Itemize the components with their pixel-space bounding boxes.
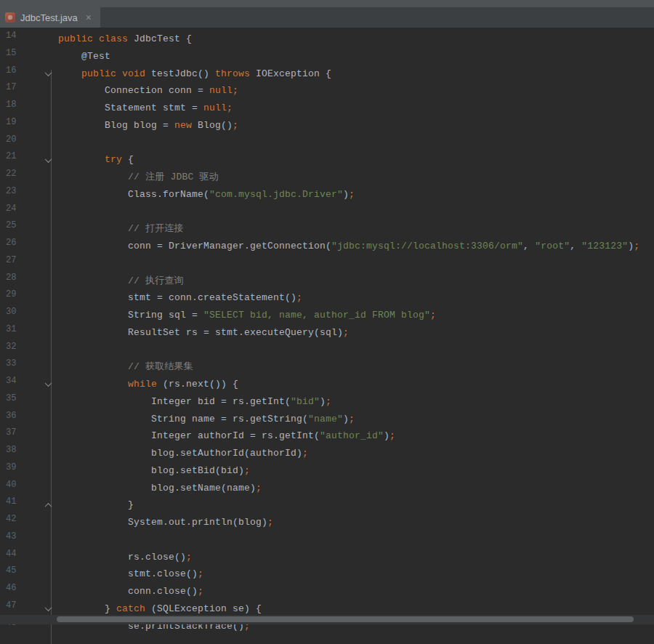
- line-number[interactable]: 15: [0, 48, 38, 65]
- line-number[interactable]: 21: [0, 151, 38, 169]
- code-text[interactable]: stmt.close();: [58, 565, 203, 583]
- line-number[interactable]: 23: [0, 186, 38, 204]
- fold-gutter: [38, 411, 58, 428]
- fold-gutter: [38, 565, 58, 583]
- code-text[interactable]: blog.setAuthorId(authorId);: [58, 445, 308, 462]
- line-number[interactable]: 16: [0, 65, 38, 83]
- code-text[interactable]: blog.setName(name);: [58, 480, 262, 497]
- line-number[interactable]: 26: [0, 238, 38, 255]
- line-number[interactable]: 34: [0, 376, 38, 393]
- code-text[interactable]: public void testJdbc() throws IOExceptio…: [58, 65, 331, 83]
- code-text[interactable]: // 获取结果集: [58, 358, 193, 376]
- code-line: 33 // 获取结果集: [0, 358, 654, 376]
- line-number[interactable]: 29: [0, 289, 38, 307]
- code-text[interactable]: Statement stmt = null;: [58, 100, 233, 117]
- code-line: 31 ResultSet rs = stmt.executeQuery(sql)…: [0, 324, 654, 342]
- fold-marker[interactable]: [38, 65, 58, 83]
- code-text[interactable]: public class JdbcTest {: [58, 31, 192, 48]
- code-line: 14public class JdbcTest {: [0, 31, 654, 48]
- line-number[interactable]: 46: [0, 583, 38, 600]
- line-number[interactable]: 39: [0, 462, 38, 480]
- code-text[interactable]: // 执行查询: [58, 273, 184, 290]
- code-text[interactable]: rs.close();: [58, 549, 192, 566]
- code-text[interactable]: System.out.println(blog);: [58, 514, 273, 531]
- line-number[interactable]: 45: [0, 565, 38, 583]
- editor-tab-jdbctest[interactable]: JdbcTest.java ×: [0, 7, 100, 28]
- line-number[interactable]: 33: [0, 358, 38, 376]
- code-line: 19 Blog blog = new Blog();: [0, 117, 654, 134]
- code-text[interactable]: try {: [58, 151, 134, 169]
- code-line: 18 Statement stmt = null;: [0, 100, 654, 117]
- close-tab-icon[interactable]: ×: [86, 12, 92, 23]
- fold-gutter: [38, 186, 58, 204]
- line-number[interactable]: 37: [0, 427, 38, 445]
- fold-marker[interactable]: [38, 496, 58, 514]
- line-number[interactable]: 42: [0, 514, 38, 531]
- code-text[interactable]: ResultSet rs = stmt.executeQuery(sql);: [58, 324, 349, 342]
- fold-gutter: [38, 514, 58, 531]
- code-text[interactable]: String name = rs.getString("name");: [58, 411, 355, 428]
- code-text[interactable]: String sql = "SELECT bid, name, author_i…: [58, 307, 436, 324]
- line-number[interactable]: 41: [0, 496, 38, 514]
- line-number[interactable]: 40: [0, 480, 38, 497]
- fold-gutter: [38, 445, 58, 462]
- fold-marker[interactable]: [38, 151, 58, 169]
- code-text[interactable]: Integer bid = rs.getInt("bid");: [58, 393, 331, 411]
- line-number[interactable]: 43: [0, 531, 38, 549]
- code-text[interactable]: // 注册 JDBC 驱动: [58, 169, 219, 186]
- line-number[interactable]: 14: [0, 31, 38, 48]
- line-number[interactable]: 30: [0, 307, 38, 324]
- code-text[interactable]: // 打开连接: [58, 220, 184, 238]
- code-line: 15 @Test: [0, 48, 654, 65]
- horizontal-scrollbar-track[interactable]: [0, 615, 654, 624]
- code-line: 29 stmt = conn.createStatement();: [0, 289, 654, 307]
- code-text[interactable]: conn = DriverManager.getConnection("jdbc…: [58, 238, 639, 255]
- fold-gutter: [38, 531, 58, 549]
- line-number[interactable]: 18: [0, 100, 38, 117]
- line-number[interactable]: 24: [0, 204, 38, 221]
- fold-gutter: [38, 48, 58, 65]
- code-line: 20: [0, 134, 654, 152]
- line-number[interactable]: 35: [0, 393, 38, 411]
- line-number[interactable]: 19: [0, 117, 38, 134]
- fold-gutter: [38, 169, 58, 186]
- code-line: 21 try {: [0, 151, 654, 169]
- fold-gutter: [38, 117, 58, 134]
- fold-open-icon: [44, 604, 52, 611]
- code-text[interactable]: while (rs.next()) {: [58, 376, 238, 393]
- code-text[interactable]: Class.forName("com.mysql.jdbc.Driver");: [58, 186, 355, 204]
- fold-marker[interactable]: [38, 376, 58, 393]
- line-number[interactable]: 22: [0, 169, 38, 186]
- line-number[interactable]: 44: [0, 549, 38, 566]
- code-line: 26 conn = DriverManager.getConnection("j…: [0, 238, 654, 255]
- line-number[interactable]: 32: [0, 342, 38, 359]
- line-number[interactable]: 17: [0, 82, 38, 100]
- fold-gutter: [38, 583, 58, 600]
- line-number[interactable]: 28: [0, 273, 38, 290]
- horizontal-scrollbar-thumb[interactable]: [57, 616, 634, 622]
- fold-gutter: [38, 255, 58, 273]
- code-line: 38 blog.setAuthorId(authorId);: [0, 445, 654, 462]
- line-number[interactable]: 38: [0, 445, 38, 462]
- line-number[interactable]: 36: [0, 411, 38, 428]
- code-text[interactable]: Blog blog = new Blog();: [58, 117, 238, 134]
- fold-gutter: [38, 480, 58, 497]
- fold-gutter: [38, 82, 58, 100]
- code-text[interactable]: Connection conn = null;: [58, 82, 238, 100]
- code-text[interactable]: blog.setBid(bid);: [58, 462, 250, 480]
- code-text[interactable]: conn.close();: [58, 583, 203, 600]
- code-text[interactable]: }: [58, 496, 134, 514]
- line-number[interactable]: 20: [0, 134, 38, 152]
- code-text[interactable]: @Test: [58, 48, 110, 65]
- fold-open-icon: [44, 69, 52, 76]
- code-text[interactable]: stmt = conn.createStatement();: [58, 289, 302, 307]
- code-text[interactable]: Integer authorId = rs.getInt("author_id"…: [58, 427, 395, 445]
- line-number[interactable]: 25: [0, 220, 38, 238]
- code-line: 39 blog.setBid(bid);: [0, 462, 654, 480]
- tab-label: JdbcTest.java: [20, 12, 78, 23]
- line-number[interactable]: 27: [0, 255, 38, 273]
- java-file-icon: [5, 12, 15, 23]
- code-line: 27: [0, 255, 654, 273]
- code-line: 37 Integer authorId = rs.getInt("author_…: [0, 427, 654, 445]
- line-number[interactable]: 31: [0, 324, 38, 342]
